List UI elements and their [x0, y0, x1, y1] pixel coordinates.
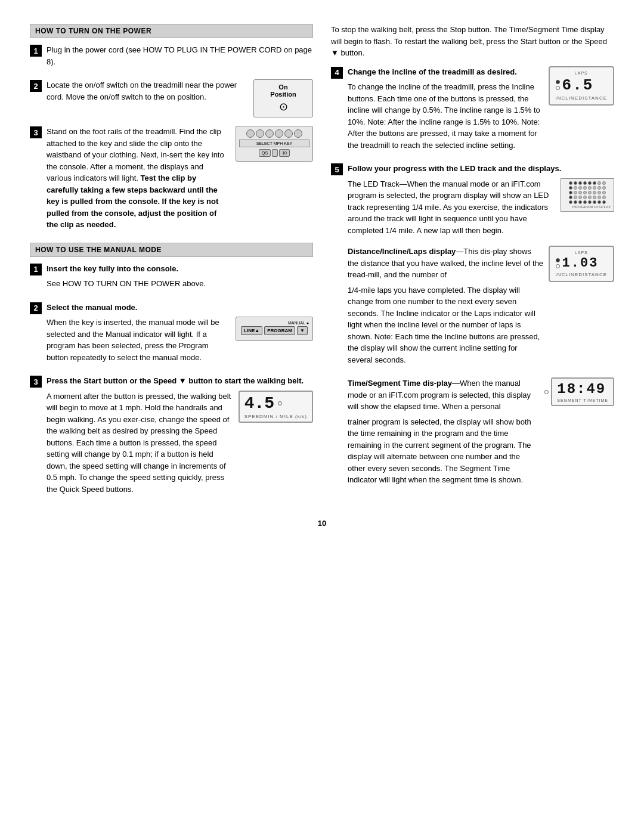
time-display-text: Time/Segment Time dis-play—When the manu…	[348, 377, 540, 490]
console-btn-2	[256, 129, 264, 138]
time-display-wrapper: 18:49 SEGMENT TIME TIME	[544, 377, 614, 406]
program-btn: PROGRAM	[264, 326, 295, 335]
incline-digits: 6.5	[562, 76, 594, 94]
speed-symbol: ▼	[179, 376, 188, 385]
speed-digits-display: 4.5	[244, 394, 307, 413]
led-40	[602, 200, 606, 204]
step-4-content: Change the incline of the treadmill as d…	[348, 66, 614, 155]
time-indicators	[544, 390, 549, 394]
led-29	[588, 196, 592, 199]
led-track-description: The LED Track—When the manual mode or an…	[348, 178, 556, 237]
console-10: 10	[279, 149, 290, 157]
step-3-normal-text: Stand on the foot rails of the treadmill…	[47, 127, 224, 182]
manual-step-3-content: Press the Start button or the Speed ▼ bu…	[47, 375, 313, 498]
step-number-2: 2	[30, 80, 42, 92]
distance-display-illustration: LAPS 1.03 INCLINE	[549, 246, 614, 282]
manual-step-number-2: 2	[30, 302, 42, 314]
distance-indicators	[556, 258, 560, 268]
led-row-2	[564, 186, 611, 190]
step-1-text: Plug in the power cord (see HOW TO PLUG …	[47, 44, 313, 67]
led-36	[583, 200, 587, 204]
manual-step-number-1: 1	[30, 264, 42, 275]
page-layout: HOW TO TURN ON THE POWER 1 Plug in the p…	[30, 24, 614, 507]
led-28	[583, 196, 587, 199]
led-6	[593, 181, 596, 185]
incline-display-wrapper: 6.5	[556, 76, 607, 94]
step-4-with-image: Change the incline of the treadmill as d…	[348, 66, 614, 155]
control-panel-box: MANUAL ● LINE▲ PROGRAM ▼	[236, 317, 313, 341]
time-subsection: Time/Segment Time dis-play—When the manu…	[348, 377, 614, 490]
led-33	[569, 200, 572, 204]
manual-mode-panel: MANUAL ● LINE▲ PROGRAM ▼	[236, 317, 313, 341]
time-label: TIME	[596, 398, 608, 402]
step-3-text: Stand on the foot rails of the treadmill…	[47, 126, 230, 234]
step-2-with-image: Locate the on/off switch on the treadmil…	[47, 79, 313, 117]
led-32	[602, 196, 606, 199]
led-30	[593, 196, 596, 199]
incline-display-box: LAPS 6.5 INCLINE DISTANCE	[549, 66, 614, 106]
indicator-dot-2	[556, 86, 560, 90]
manual-step-3-text: A moment after the button is pressed, th…	[47, 391, 233, 499]
led-2	[574, 181, 577, 185]
led-23	[597, 191, 601, 194]
time-header: Time/Segment Time dis-play—When the manu…	[348, 377, 540, 413]
incline-display-labels: INCLINE DISTANCE	[556, 95, 607, 101]
led-12	[583, 186, 587, 190]
step-number-3: 3	[30, 126, 42, 138]
led-19	[578, 191, 582, 194]
program-display-label: PROGRAM DISPLAY	[564, 205, 611, 209]
manual-step-number-3: 3	[30, 376, 42, 388]
step-2-content: Locate the on/off switch on the treadmil…	[47, 79, 313, 117]
speed-sym-right: ▼	[331, 48, 339, 57]
step-3-content: Stand on the foot rails of the treadmill…	[47, 126, 313, 234]
led-35	[578, 200, 582, 204]
manual-step-2-header: Select the manual mode.	[47, 302, 313, 314]
led-27	[578, 196, 582, 199]
led-37	[588, 200, 592, 204]
manual-step-1-text: See HOW TO TURN ON THE POWER above.	[47, 278, 313, 290]
dist-indicator-2	[556, 264, 560, 268]
time-indicator-1	[544, 390, 549, 394]
led-24	[602, 191, 606, 194]
step-2-text: Locate the on/off switch on the treadmil…	[47, 79, 247, 106]
console-btn-5	[284, 129, 293, 138]
led-25	[569, 196, 572, 199]
led-14	[593, 186, 596, 190]
step-4-body: To change the incline of the treadmill, …	[348, 81, 543, 151]
led-3	[578, 181, 582, 185]
on-position-illustration: On Position ⊙	[253, 79, 313, 117]
step-2-power: 2 Locate the on/off switch on the treadm…	[30, 79, 313, 117]
on-position-box: On Position ⊙	[253, 79, 313, 117]
step-1-power: 1 Plug in the power cord (see HOW TO PLU…	[30, 44, 313, 71]
manual-step-1-content: Insert the key fully into the console. S…	[47, 263, 313, 293]
left-column: HOW TO TURN ON THE POWER 1 Plug in the p…	[30, 24, 313, 507]
distance-label: DISTANCE	[578, 95, 607, 101]
led-18	[574, 191, 577, 194]
led-1	[569, 181, 572, 185]
manual-step-2: 2 Select the manual mode. When the key i…	[30, 302, 313, 367]
led-22	[593, 191, 596, 194]
step-3-power: 3 Stand on the foot rails of the treadmi…	[30, 126, 313, 234]
led-track-section: The LED Track—When the manual mode or an…	[348, 178, 614, 240]
led-row-5	[564, 200, 611, 204]
led-17	[569, 191, 572, 194]
led-8	[602, 181, 606, 185]
console-box: SELECT MPH KEY QS 10	[236, 126, 313, 162]
led-16	[602, 186, 606, 190]
time-display-container: Time/Segment Time dis-play—When the manu…	[348, 377, 614, 490]
speed-dot	[278, 401, 282, 405]
manual-step-3: 3 Press the Start button or the Speed ▼ …	[30, 375, 313, 498]
console-btn-4	[275, 129, 283, 138]
incline-display-illustration: LAPS 6.5 INCLINE DISTANCE	[549, 66, 614, 106]
led-track-text: The LED Track—When the manual mode or an…	[348, 178, 556, 240]
distance-laps-label: LAPS	[556, 250, 607, 255]
step-number-1: 1	[30, 45, 42, 57]
laps-label-top: LAPS	[556, 71, 607, 75]
step-3-with-image: Stand on the foot rails of the treadmill…	[47, 126, 313, 234]
speed-display-illustration: 4.5 SPEED MIN / MILE (km)	[239, 391, 313, 423]
step-5-content: Follow your progress with the LED track …	[348, 163, 614, 498]
led-7	[597, 181, 601, 185]
led-21	[588, 191, 592, 194]
page-number: 10	[30, 519, 614, 528]
step-5-header: Follow your progress with the LED track …	[348, 163, 614, 175]
